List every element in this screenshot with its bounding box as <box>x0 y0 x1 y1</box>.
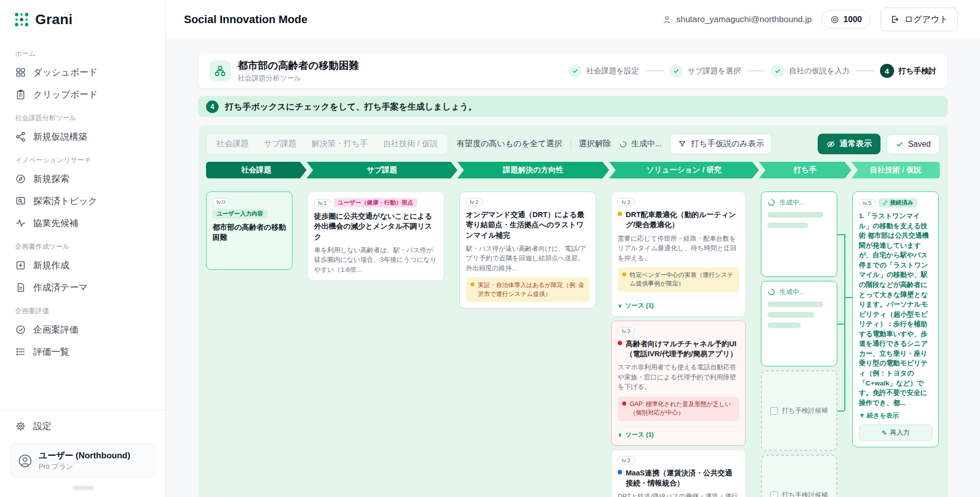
filter-funnel-icon <box>678 140 687 148</box>
instruction-banner: 4 打ち手ボックスにチェックをして、打ち手案を生成しましょう。 <box>198 96 948 117</box>
content-area: 都市部の高齢者の移動困難 社会課題分析ツール 社会課題を設定 サブ課題を選択 <box>166 39 980 497</box>
source-link[interactable]: ∨ ソース (1) <box>618 297 739 310</box>
step-4-current: 4 打ち手検討 <box>880 64 936 78</box>
card-title: オンデマンド交通（DRT）による最寄り結節点・生活拠点へのラストワンマイル補完 <box>466 210 590 240</box>
ribbon-social-issue: 社会課題 <box>206 162 307 178</box>
filter-tab-solutions[interactable]: 解決策・打ち手 <box>312 139 368 149</box>
sidebar-item-label: 作成済テーマ <box>33 281 88 293</box>
sidebar-resize-handle[interactable] <box>72 486 93 490</box>
eye-off-icon <box>826 140 835 149</box>
generating-action-card-2: 生成中... <box>761 281 837 366</box>
solution-card-drt[interactable]: lv.3 DRT配車最適化（動的ルーティング/乗合最適化） 需要に応じて停留所・… <box>611 191 746 317</box>
stage-ribbon: 社会課題 サブ課題 課題解決の方向性 ソリューション / 研究 打ち手 自社技術… <box>206 162 940 178</box>
nav-section-analysis: 社会課題分析ツール <box>15 114 150 123</box>
candidate-checkbox[interactable] <box>770 491 778 497</box>
sidebar-item-label: 設定 <box>33 420 51 432</box>
solution-card-multichannel-ui[interactable]: lv.3 高齢者向けマルチチャネル予約UI（電話IVR/代理予約/簡易アプリ） … <box>611 321 746 446</box>
card-description: 駅・バス停が遠い高齢者向けに、電話/アプリ予約で近隣を回遊し結節点へ送迎。外出頻… <box>466 244 590 273</box>
ribbon-solution: ソリューション / 研究 <box>609 162 759 178</box>
spinner-icon <box>767 198 775 207</box>
brand-name: Grani <box>35 12 73 28</box>
status-dot-red <box>618 341 622 345</box>
activity-pulse-icon <box>15 218 26 229</box>
sidebar-item-dashboard[interactable]: ダッシュボード <box>10 61 155 83</box>
own-tech-hypothesis-card[interactable]: lv.5 接続済み 1.「ラストワンマイル」の移動を支える技術 都市部は公共交通… <box>852 191 939 447</box>
show-more-link[interactable]: ▼ 続きを表示 <box>859 412 932 420</box>
check-circle-icon <box>15 324 26 335</box>
sidebar-item-created-themes[interactable]: 作成済テーマ <box>10 276 155 299</box>
direction-card[interactable]: lv.2 オンデマンド交通（DRT）による最寄り結節点・生活拠点へのラストワンマ… <box>459 191 596 309</box>
user-input-badge: ユーザー入力内容 <box>213 209 267 219</box>
sidebar-spacer <box>10 363 155 405</box>
filter-tab-social-issue[interactable]: 社会課題 <box>217 139 249 149</box>
action-candidate-card-1[interactable]: 打ち手検討候補 <box>761 370 837 451</box>
gear-icon <box>15 421 26 432</box>
link-icon <box>883 200 888 206</box>
deselect-link[interactable]: 選択解除 <box>579 139 611 149</box>
card-description: 車を利用しない高齢者は、駅・バス停が徒歩圏内にない場合、3年後にうつになりやすい… <box>314 245 438 275</box>
level-badge: lv.3 <box>618 327 634 335</box>
card-description: 需要に応じて停留所・経路・配車台数をリアルタイム最適化し、待ち時間と迂回を抑える… <box>618 234 739 263</box>
ribbon-direction: 課題解決の方向性 <box>457 162 609 178</box>
grani-logo-icon <box>13 11 30 28</box>
source-link[interactable]: ∨ ソース (1) <box>618 426 739 439</box>
spinner-icon <box>619 140 627 148</box>
nav-section-evaluation: 企画案評価 <box>15 307 150 316</box>
show-only-hypothesis-button[interactable]: 打ち手仮説のみ表示 <box>670 134 772 154</box>
sidebar-item-new-document[interactable]: 新規作成 <box>10 254 155 276</box>
card-description: スマホ非利用者でも使える電話自動応答や家族・窓口による代理予約で利用障壁を下げる… <box>618 362 739 392</box>
avatar-icon <box>18 453 33 468</box>
filter-tab-own-tech[interactable]: 自社技術 / 仮説 <box>383 139 438 149</box>
connector-line <box>837 324 844 325</box>
step-3-done: 自社の仮説を入力 <box>771 64 850 78</box>
nav-section-proposal: 企画書作成ツール <box>15 242 150 251</box>
topic-search-icon <box>15 195 26 207</box>
sidebar-item-clipboard[interactable]: クリップボード <box>10 83 155 106</box>
select-all-promising-link[interactable]: 有望度の高いものを全て選択 <box>456 139 562 149</box>
plus-square-icon <box>15 260 26 271</box>
step-check-icon <box>771 64 785 78</box>
logout-button[interactable]: ログアウト <box>880 8 958 31</box>
user-card[interactable]: ユーザー (Northbound) Pro プラン <box>10 443 155 478</box>
toolbar-separator <box>570 139 571 150</box>
brand-logo[interactable]: Grani <box>13 11 152 28</box>
nav-section-home: ホーム <box>15 49 150 58</box>
card-description: DRTと鉄道/路線バスの乗継・運賃・運行情報を統合し、移動全体の不安を減らす。 <box>618 491 739 497</box>
sidebar-item-new-hypothesis[interactable]: 新規仮説構築 <box>10 126 155 148</box>
project-subtitle: 社会課題分析ツール <box>238 74 359 83</box>
sidebar-item-explored-topics[interactable]: 探索済トピック <box>10 190 155 212</box>
user-plan: Pro プラン <box>39 462 130 471</box>
saved-button[interactable]: Saved <box>887 134 940 154</box>
step-connector <box>645 70 663 71</box>
coin-icon <box>830 15 839 24</box>
sidebar-item-collaboration-candidates[interactable]: 協業先候補 <box>10 212 155 234</box>
sidebar-item-settings[interactable]: 設定 <box>10 415 155 437</box>
filter-tab-group: 社会課題 サブ課題 解決策・打ち手 自社技術 / 仮説 <box>206 133 448 155</box>
candidate-checkbox[interactable] <box>770 407 778 415</box>
check-icon <box>896 140 904 148</box>
card-title: MaaS連携（運賃決済・公共交通接続・情報統合） <box>626 468 739 488</box>
action-candidate-card-2[interactable]: 打ち手検討候補 <box>761 455 837 497</box>
sidebar-item-evaluation-list[interactable]: 評価一覧 <box>10 341 155 363</box>
user-name: ユーザー (Northbound) <box>39 450 130 461</box>
sidebar-item-proposal-evaluation[interactable]: 企画案評価 <box>10 319 155 341</box>
logout-icon <box>890 15 900 24</box>
filter-tab-sub-issue[interactable]: サブ課題 <box>264 139 297 149</box>
credits-badge[interactable]: 1000 <box>822 10 870 29</box>
normal-view-button[interactable]: 通常表示 <box>818 134 880 154</box>
sidebar-item-new-exploration[interactable]: 新規探索 <box>10 168 155 190</box>
social-issue-card[interactable]: lv.0 ユーザー入力内容 都市部の高齢者の移動困難 <box>206 191 292 270</box>
column-social-issue: lv.0 ユーザー入力内容 都市部の高齢者の移動困難 <box>206 191 292 270</box>
sidebar-item-label: 企画案評価 <box>33 324 78 336</box>
status-dot-yellow <box>622 272 626 276</box>
list-icon <box>15 346 26 357</box>
generating-label: 生成中... <box>779 287 805 296</box>
sub-issue-card[interactable]: lv.1 ユーザー（健康・行動）視点 徒歩圏に公共交通がないことによる外出機会の… <box>308 191 444 281</box>
document-icon <box>15 282 26 293</box>
sidebar-item-label: ダッシュボード <box>33 66 98 78</box>
solution-card-maas[interactable]: lv.3 MaaS連携（運賃決済・公共交通接続・情報統合） DRTと鉄道/路線バ… <box>611 450 746 497</box>
hypothesis-board: lv.0 ユーザー入力内容 都市部の高齢者の移動困難 lv.1 ユーザー（健康・… <box>206 191 940 497</box>
status-dot-yellow <box>618 212 622 216</box>
step-number: 4 <box>880 64 894 78</box>
reenter-button[interactable]: ✎ 再入力 <box>859 425 932 441</box>
